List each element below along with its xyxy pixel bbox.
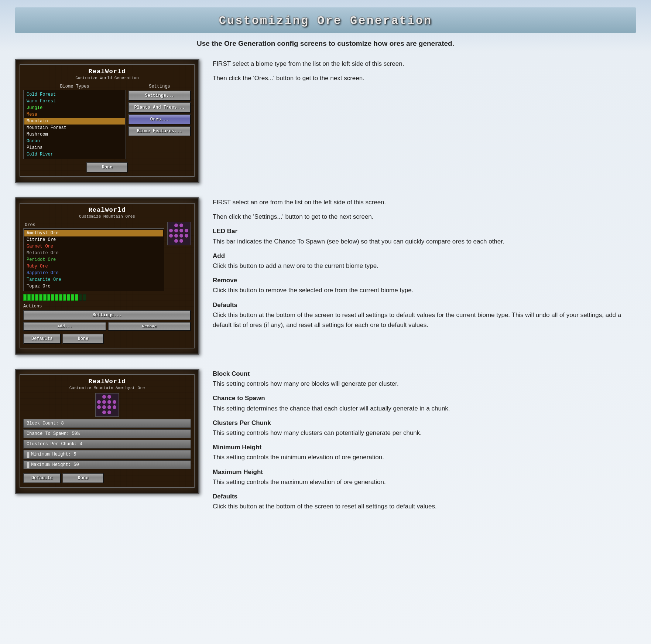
led-7 xyxy=(47,294,51,301)
term-block-count: Block Count xyxy=(213,370,250,377)
def-remove: Click this button to remove the selected… xyxy=(213,287,413,294)
ore-peridot[interactable]: Peridot Ore xyxy=(24,256,163,263)
panel-1: RealWorld Customize World Generation Bio… xyxy=(15,59,199,183)
def-clusters-chunk: This setting controls how many clusters … xyxy=(213,429,422,436)
term-led-bar: LED Bar xyxy=(213,228,237,235)
ore-citrine[interactable]: Citrine Ore xyxy=(24,236,163,243)
defaults-button-3[interactable]: Defaults xyxy=(23,473,61,483)
led-16 xyxy=(83,294,86,301)
biome-cold-river[interactable]: Cold River xyxy=(24,151,125,158)
biome-mountain-forest[interactable]: Mountain Forest xyxy=(24,125,125,131)
section-3-desc: Block Count This setting controls how ma… xyxy=(213,369,636,516)
ore-icon xyxy=(167,222,191,245)
term-chance-spawn: Chance to Spawn xyxy=(213,395,265,402)
actions-label: Actions xyxy=(23,304,191,309)
led-10 xyxy=(59,294,62,301)
ore-settings-button[interactable]: Settings... xyxy=(23,310,191,320)
def-block-count: This setting controls how many ore block… xyxy=(213,380,399,387)
panel-2: RealWorld Customize Mountain Ores Ores A… xyxy=(15,197,199,355)
ore-sapphire[interactable]: Sapphire Ore xyxy=(24,270,163,276)
panel-3-title: RealWorld xyxy=(23,378,191,385)
section-3: RealWorld Customize Mountain Amethyst Or… xyxy=(15,369,636,516)
biome-ocean[interactable]: Ocean xyxy=(24,138,125,144)
led-4 xyxy=(35,294,38,301)
defaults-button-2[interactable]: Defaults xyxy=(23,334,61,344)
max-height-row[interactable]: Maximum Height: 50 xyxy=(23,460,191,469)
min-height-slider[interactable] xyxy=(27,452,30,458)
ore-garnet[interactable]: Garnet Ore xyxy=(24,243,163,250)
col-settings-header: Settings xyxy=(128,83,191,90)
settings-buttons-col: Settings... Plants And Trees... Ores... … xyxy=(128,90,191,136)
panel-3: RealWorld Customize Mountain Amethyst Or… xyxy=(15,369,199,494)
biome-warm-forest[interactable]: Warm Forest xyxy=(24,98,125,105)
biome-cold-forest[interactable]: Cold Forest xyxy=(24,91,125,98)
page-title: Customizing Ore Generation xyxy=(15,7,636,33)
def-min-height: This setting controls the minimum elevat… xyxy=(213,454,384,461)
term-clusters-chunk: Clusters Per Chunk xyxy=(213,419,271,426)
amethyst-sprite xyxy=(168,222,191,245)
biome-jungle[interactable]: Jungle xyxy=(24,105,125,111)
led-1 xyxy=(23,294,27,301)
led-12 xyxy=(67,294,70,301)
def-add: Click this button to add a new ore to th… xyxy=(213,262,378,269)
term-max-height: Maximum Height xyxy=(213,468,263,476)
biome-mushroom[interactable]: Mushroom xyxy=(24,131,125,138)
block-count-row[interactable]: Block Count: 8 xyxy=(23,419,191,428)
biome-list: Cold Forest Warm Forest Jungle Mesa Moun… xyxy=(23,90,126,159)
ore-image-center xyxy=(23,393,191,417)
def-defaults-3: Click this button at the bottom of the s… xyxy=(213,503,437,510)
ore-add-button[interactable]: Add... xyxy=(23,322,106,331)
desc-1-p1: FIRST select a biome type from the list … xyxy=(213,59,636,69)
led-6 xyxy=(43,294,47,301)
biome-mountain[interactable]: Mountain xyxy=(24,118,125,125)
panel-2-title: RealWorld xyxy=(23,207,191,214)
def-defaults-2: Click this button at the bottom of the s… xyxy=(213,311,621,328)
led-9 xyxy=(55,294,58,301)
panel-2-subtitle: Customize Mountain Ores xyxy=(23,214,191,219)
def-led-bar: This bar indicates the Chance To Spawn (… xyxy=(213,238,504,245)
section-1: RealWorld Customize World Generation Bio… xyxy=(15,59,636,183)
ore-ruby[interactable]: Ruby Ore xyxy=(24,263,163,270)
biome-mesa[interactable]: Mesa xyxy=(24,111,125,118)
chance-spawn-row[interactable]: Chance To Spawn: 50% xyxy=(23,429,191,438)
section-2-desc: FIRST select an ore from the list on the… xyxy=(213,197,636,334)
ore-list: Amethyst Ore Citrine Ore Garnet Ore Mela… xyxy=(23,228,164,291)
ores-button[interactable]: Ores... xyxy=(128,114,191,125)
col-biome-header: Biome Types xyxy=(23,83,126,90)
desc-2-intro2: Then click the 'Settings...' button to g… xyxy=(213,212,636,222)
led-13 xyxy=(71,294,74,301)
biome-features-button[interactable]: Biome Features... xyxy=(128,126,191,136)
done-button-3[interactable]: Done xyxy=(62,473,104,483)
panel-3-subtitle: Customize Mountain Amethyst Ore xyxy=(23,386,191,390)
led-2 xyxy=(27,294,31,301)
biome-plains[interactable]: Plains xyxy=(24,144,125,151)
settings-button[interactable]: Settings... xyxy=(128,91,191,101)
term-min-height: Minimum Height xyxy=(213,444,261,451)
ore-remove-button[interactable]: Remove xyxy=(108,322,191,331)
section-2: RealWorld Customize Mountain Ores Ores A… xyxy=(15,197,636,355)
panel-1-title: RealWorld xyxy=(23,68,191,75)
ore-topaz[interactable]: Topaz Ore xyxy=(24,283,163,290)
settings-form: Block Count: 8 Chance To Spawn: 50% Clus… xyxy=(23,419,191,469)
done-button-2[interactable]: Done xyxy=(62,334,104,344)
ore-tanzanite[interactable]: Tanzanite Ore xyxy=(24,276,163,283)
panel-1-subtitle: Customize World Generation xyxy=(23,76,191,80)
led-3 xyxy=(31,294,35,301)
done-button-1[interactable]: Done xyxy=(86,162,128,173)
ores-col-header: Ores xyxy=(23,222,164,228)
ore-amethyst[interactable]: Amethyst Ore xyxy=(24,230,163,236)
min-height-row[interactable]: Minimum Height: 5 xyxy=(23,450,191,459)
page-subtitle: Use the Ore Generation config screens to… xyxy=(15,40,636,48)
ore-melanite[interactable]: Melanite Ore xyxy=(24,250,163,256)
led-15 xyxy=(79,294,82,301)
clusters-chunk-row[interactable]: Clusters Per Chunk: 4 xyxy=(23,440,191,449)
led-14 xyxy=(75,294,78,301)
section-1-desc: FIRST select a biome type from the list … xyxy=(213,59,636,88)
plants-trees-button[interactable]: Plants And Trees... xyxy=(128,102,191,113)
term-add: Add xyxy=(213,252,225,259)
led-bar xyxy=(23,293,86,301)
desc-2-intro1: FIRST select an ore from the list on the… xyxy=(213,197,636,207)
term-defaults-2: Defaults xyxy=(213,301,237,309)
max-height-slider[interactable] xyxy=(27,462,30,468)
led-8 xyxy=(51,294,54,301)
